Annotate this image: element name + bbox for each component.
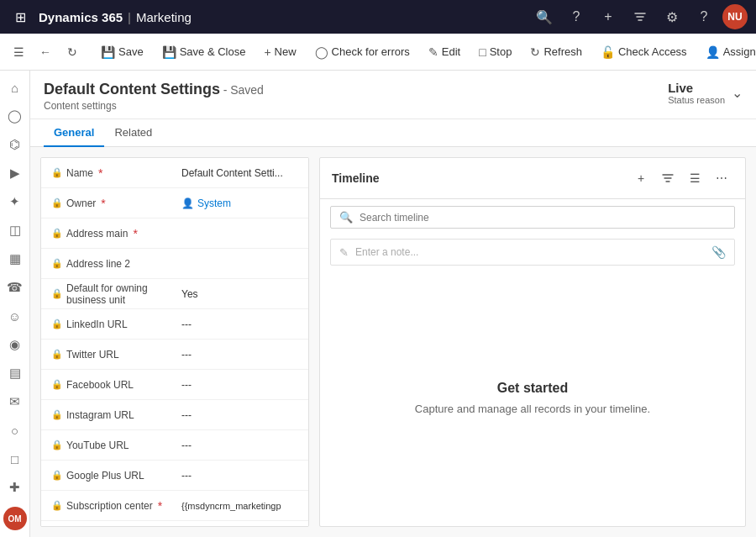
page-header: Default Content Settings - Saved Content… <box>30 71 756 119</box>
timeline-attachment-icon[interactable]: 📎 <box>711 245 726 259</box>
toolbar: ☰ ← ↻ 💾 Save 💾 Save & Close + New ◯ Chec… <box>0 34 756 71</box>
field-value-owner[interactable]: 👤 System <box>181 194 298 213</box>
field-label-address-main: 🔒 Address main * <box>51 227 181 240</box>
field-label-name: 🔒 Name * <box>51 166 181 180</box>
save-icon: 💾 <box>101 45 115 59</box>
check-errors-icon: ◯ <box>315 45 328 59</box>
field-row-owner: 🔒 Owner * 👤 System <box>41 188 308 218</box>
hamburger-button[interactable]: ☰ <box>7 40 30 64</box>
sidebar-phone[interactable]: ☎ <box>2 274 29 301</box>
check-errors-button[interactable]: ◯ Check for errors <box>307 41 418 63</box>
status-chevron[interactable]: ⌄ <box>732 85 743 101</box>
field-value-address-main[interactable] <box>181 230 298 237</box>
field-value-linkedin: --- <box>181 315 298 334</box>
field-label-default-owning: 🔒 Default for owning business unit <box>51 282 181 306</box>
field-value-youtube: --- <box>181 436 298 455</box>
refresh-button[interactable]: ↻ Refresh <box>522 41 591 63</box>
sidebar-reports[interactable]: ▤ <box>2 360 29 387</box>
settings-icon[interactable]: ⚙ <box>659 3 685 30</box>
brand-name: Dynamics 365 <box>39 10 123 24</box>
avatar[interactable]: NU <box>722 4 748 29</box>
sidebar-mail[interactable]: ✉ <box>2 388 29 415</box>
assign-icon: 👤 <box>706 45 720 59</box>
page-title-block: Default Content Settings - Saved Content… <box>44 81 264 112</box>
timeline-search[interactable]: 🔍 <box>330 206 735 229</box>
timeline-list-icon[interactable]: ☰ <box>683 166 706 190</box>
sidebar-person[interactable]: ☺ <box>2 303 29 329</box>
sidebar-pin[interactable]: ⌬ <box>2 131 29 158</box>
search-icon[interactable]: 🔍 <box>531 3 558 30</box>
save-close-button[interactable]: 💾 Save & Close <box>154 41 255 63</box>
field-row-subscription: 🔒 Subscription center * {{msdyncrm_marke… <box>41 491 308 521</box>
sidebar-location[interactable]: ◉ <box>2 331 29 358</box>
sidebar-om[interactable]: OM <box>3 507 27 530</box>
check-access-button[interactable]: 🔓 Check Access <box>592 41 696 63</box>
timeline-filter-icon[interactable] <box>656 166 680 190</box>
help-icon[interactable]: ? <box>563 3 590 30</box>
field-label-subscription: 🔒 Subscription center * <box>51 499 181 513</box>
timeline-title: Timeline <box>332 171 622 185</box>
timeline-empty: Get started Capture and manage all recor… <box>320 269 745 526</box>
stop-button[interactable]: □ Stop <box>470 41 520 63</box>
timeline-add-icon[interactable]: + <box>629 166 653 190</box>
edit-button[interactable]: ✎ Edit <box>420 41 469 63</box>
timeline-note-area: ✎ Enter a note... 📎 <box>330 239 735 266</box>
toolbar-nav: ☰ ← ↻ <box>7 40 91 64</box>
field-row-name: 🔒 Name * Default Content Setti... <box>41 158 308 188</box>
sidebar-circle[interactable]: ○ <box>2 417 29 444</box>
field-label-googleplus: 🔒 Google Plus URL <box>51 470 181 482</box>
sidebar-star[interactable]: ✦ <box>2 188 29 215</box>
edit-icon: ✎ <box>428 45 438 59</box>
sidebar-calendar[interactable]: ▦ <box>2 245 29 272</box>
tab-general[interactable]: General <box>44 119 104 147</box>
question-icon[interactable]: ? <box>690 3 717 30</box>
refresh-nav-button[interactable]: ↻ <box>60 40 84 64</box>
timeline-more-icon[interactable]: ⋯ <box>710 166 733 190</box>
sidebar-home[interactable]: ⌂ <box>2 74 29 101</box>
page-title: Default Content Settings - Saved <box>44 81 264 98</box>
top-nav-right: 🔍 ? + ⚙ ? NU <box>531 3 748 30</box>
field-value-name: Default Content Setti... <box>181 164 298 182</box>
field-label-instagram: 🔒 Instagram URL <box>51 409 181 421</box>
top-nav: ⊞ Dynamics 365 | Marketing 🔍 ? + ⚙ ? NU <box>0 0 756 34</box>
new-button[interactable]: + New <box>255 41 304 63</box>
field-label-owner: 🔒 Owner * <box>51 197 181 210</box>
assign-button[interactable]: 👤 Assign <box>697 41 756 63</box>
timeline-search-input[interactable] <box>360 212 726 224</box>
lock-icon-instagram: 🔒 <box>51 409 63 420</box>
lock-icon-facebook: 🔒 <box>51 379 63 390</box>
field-row-twitter: 🔒 Twitter URL --- <box>41 340 308 370</box>
lock-icon-subscription: 🔒 <box>51 500 63 511</box>
new-icon: + <box>264 45 270 59</box>
tabs: General Related <box>30 119 756 147</box>
filter-icon[interactable] <box>627 3 654 30</box>
add-icon[interactable]: + <box>595 3 622 30</box>
field-row-googleplus: 🔒 Google Plus URL --- <box>41 461 308 491</box>
field-row-youtube: 🔒 YouTube URL --- <box>41 430 308 461</box>
field-value-twitter: --- <box>181 345 298 364</box>
back-button[interactable]: ← <box>34 40 57 64</box>
save-button[interactable]: 💾 Save <box>92 41 152 63</box>
field-value-googleplus: --- <box>181 466 298 485</box>
sidebar-play[interactable]: ▶ <box>2 160 29 187</box>
grid-icon[interactable]: ⊞ <box>8 5 32 29</box>
field-value-address-line2[interactable] <box>181 261 298 267</box>
lock-icon-address2: 🔒 <box>51 258 63 269</box>
field-row-address-main: 🔒 Address main * <box>41 218 308 249</box>
sidebar-folder[interactable]: □ <box>2 445 29 472</box>
field-value-instagram: --- <box>181 406 298 424</box>
sidebar-grid[interactable]: ◫ <box>2 217 29 244</box>
timeline-empty-title: Get started <box>497 381 568 396</box>
lock-icon-googleplus: 🔒 <box>51 470 63 481</box>
form-panel: 🔒 Name * Default Content Setti... 🔒 Owne… <box>40 157 309 527</box>
timeline-pencil-icon: ✎ <box>339 246 349 259</box>
field-row-address-line2: 🔒 Address line 2 <box>41 249 308 279</box>
sidebar-history[interactable]: ◯ <box>2 103 29 129</box>
lock-icon-address: 🔒 <box>51 228 63 239</box>
timeline-note-placeholder[interactable]: Enter a note... <box>355 246 705 258</box>
sidebar-badge[interactable]: ✚ <box>2 474 29 501</box>
tab-related[interactable]: Related <box>104 119 162 147</box>
timeline-panel: Timeline + ☰ ⋯ 🔍 ✎ Ente <box>319 157 746 527</box>
save-close-icon: 💾 <box>162 45 176 59</box>
timeline-header: Timeline + ☰ ⋯ <box>320 158 745 199</box>
